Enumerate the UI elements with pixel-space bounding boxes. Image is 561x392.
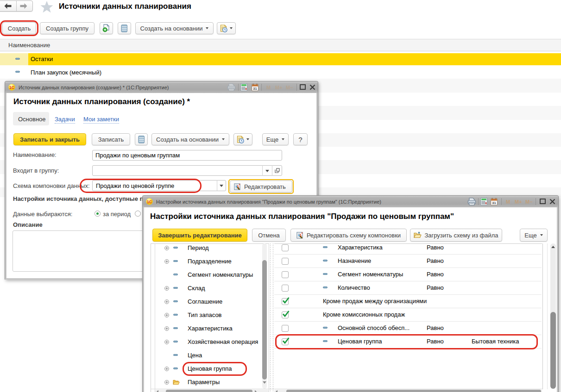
svg-text:1С: 1С bbox=[147, 199, 152, 204]
svg-text:1С: 1С bbox=[9, 85, 14, 90]
svg-text:31: 31 bbox=[253, 87, 257, 91]
svg-text:31: 31 bbox=[492, 201, 496, 205]
